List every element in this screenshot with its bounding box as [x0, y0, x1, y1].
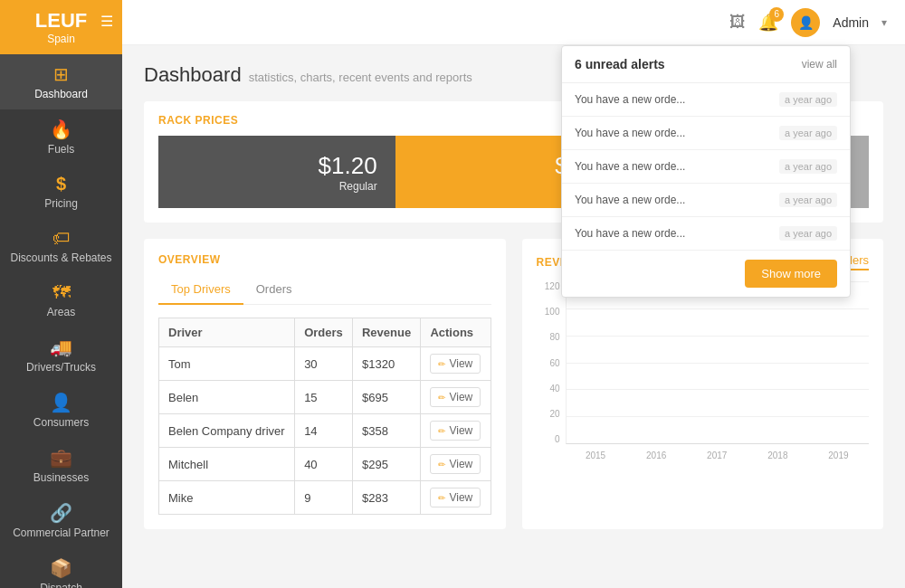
consumers-icon: 👤 — [50, 392, 72, 413]
pricing-icon: $ — [56, 174, 66, 194]
y-axis-label: 100 — [537, 307, 564, 317]
view-button-3[interactable]: ✏ View — [430, 454, 481, 474]
chart-y-axis: 020406080100120 — [537, 281, 564, 444]
overview-panel: OVERVIEW Top Drivers Orders Driver Order… — [144, 239, 506, 529]
sidebar-item-areas[interactable]: 🗺 Areas — [0, 273, 122, 327]
cell-revenue-3: $295 — [352, 448, 420, 481]
cell-revenue-1: $695 — [352, 381, 420, 414]
chevron-down-icon[interactable]: ▾ — [881, 16, 887, 29]
y-axis-label: 20 — [537, 409, 564, 419]
table-body: Tom 30 $1320 ✏ View Belen 15 $695 ✏ View… — [159, 347, 491, 515]
notif-item-4: You have a new orde... a year ago — [562, 184, 850, 217]
avatar[interactable]: 👤 — [791, 8, 820, 37]
revenue-chart: 020406080100120 20152016201720182019 — [537, 281, 870, 462]
notif-item-3: You have a new orde... a year ago — [562, 150, 850, 184]
fuels-icon: 🔥 — [50, 119, 72, 140]
sidebar-label-businesses: Businesses — [33, 471, 89, 484]
y-axis-label: 120 — [537, 281, 564, 291]
notification-dropdown: 6 unread alerts view all You have a new … — [561, 45, 851, 298]
sidebar-item-fuels[interactable]: 🔥 Fuels — [0, 109, 122, 165]
admin-label[interactable]: Admin — [833, 15, 869, 30]
table-head: Driver Orders Revenue Actions — [159, 318, 491, 347]
dashboard-icon: ⊞ — [53, 63, 69, 85]
x-axis-label: 2018 — [748, 450, 808, 460]
cell-revenue-2: $358 — [352, 414, 420, 448]
sidebar-item-dispatch[interactable]: 📦 Dispatch — [0, 548, 122, 588]
price-card-regular: $1.20 Regular — [158, 136, 395, 208]
cell-driver-2: Belen Company driver — [159, 414, 295, 448]
notif-time-1: a year ago — [779, 92, 837, 107]
overview-label: OVERVIEW — [158, 253, 491, 266]
sidebar-item-businesses[interactable]: 💼 Businesses — [0, 438, 122, 493]
edit-icon-2: ✏ — [438, 426, 445, 436]
cell-revenue-0: $1320 — [352, 347, 420, 381]
sidebar-item-pricing[interactable]: $ Pricing — [0, 165, 122, 219]
sidebar-item-drivers[interactable]: 🚚 Drivers/Trucks — [0, 327, 122, 383]
areas-icon: 🗺 — [52, 282, 71, 303]
sidebar-item-commercial[interactable]: 🔗 Commercial Partner — [0, 493, 122, 548]
dispatch-icon: 📦 — [50, 557, 72, 579]
y-axis-label: 0 — [537, 434, 564, 444]
topbar-icons: 🖼 🔔 6 👤 Admin ▾ — [729, 8, 887, 37]
cell-orders-3: 40 — [295, 448, 353, 481]
tab-orders[interactable]: Orders — [243, 277, 305, 305]
sidebar-item-dashboard[interactable]: ⊞ Dashboard — [0, 54, 122, 109]
sidebar-label-fuels: Fuels — [48, 143, 74, 156]
view-button-2[interactable]: ✏ View — [430, 421, 481, 441]
drivers-icon: 🚚 — [50, 337, 72, 358]
cell-action-0: ✏ View — [421, 347, 491, 381]
col-orders: Orders — [295, 318, 353, 347]
edit-icon-4: ✏ — [438, 493, 445, 503]
table-row: Mitchell 40 $295 ✏ View — [159, 448, 491, 481]
chart-bars — [576, 281, 861, 443]
tab-top-drivers[interactable]: Top Drivers — [158, 277, 243, 305]
cell-action-2: ✏ View — [421, 414, 491, 448]
sidebar-item-discounts[interactable]: 🏷 Discounts & Rebates — [0, 219, 122, 273]
view-button-1[interactable]: ✏ View — [430, 387, 481, 407]
view-button-0[interactable]: ✏ View — [430, 354, 481, 374]
table-row: Belen 15 $695 ✏ View — [159, 381, 491, 414]
cell-orders-2: 14 — [295, 414, 353, 448]
sidebar-label-pricing: Pricing — [44, 197, 78, 210]
notif-time-2: a year ago — [779, 126, 837, 140]
view-button-4[interactable]: ✏ View — [430, 488, 481, 507]
notif-text-2: You have a new orde... — [575, 127, 685, 139]
col-revenue: Revenue — [352, 318, 420, 347]
y-axis-label: 40 — [537, 384, 564, 394]
menu-icon[interactable]: ☰ — [100, 13, 113, 30]
notif-time-5: a year ago — [779, 226, 837, 241]
sidebar-label-areas: Areas — [47, 306, 75, 318]
cell-driver-1: Belen — [159, 381, 295, 414]
page-title: Dashboard — [144, 63, 242, 87]
drivers-table: Driver Orders Revenue Actions Tom 30 $13… — [158, 318, 491, 515]
y-axis-label: 80 — [537, 332, 564, 342]
notif-text-5: You have a new orde... — [575, 227, 685, 240]
commercial-icon: 🔗 — [50, 502, 72, 524]
edit-icon-1: ✏ — [438, 393, 445, 403]
chart-bars-area — [566, 281, 870, 444]
sidebar-label-drivers: Drivers/Trucks — [26, 361, 96, 374]
table-row: Tom 30 $1320 ✏ View — [159, 347, 491, 381]
table-row: Belen Company driver 14 $358 ✏ View — [159, 414, 491, 448]
sidebar-label-consumers: Consumers — [33, 416, 89, 429]
view-all-link[interactable]: view all — [802, 58, 837, 71]
notif-time-4: a year ago — [779, 193, 837, 207]
cell-revenue-4: $283 — [352, 481, 420, 515]
notif-text-4: You have a new orde... — [575, 194, 685, 206]
y-axis-label: 60 — [537, 358, 564, 368]
notif-item-1: You have a new orde... a year ago — [562, 83, 850, 117]
cell-driver-0: Tom — [159, 347, 295, 381]
overview-tabs: Top Drivers Orders — [158, 277, 491, 305]
x-axis-label: 2019 — [808, 450, 869, 460]
sidebar-item-consumers[interactable]: 👤 Consumers — [0, 383, 122, 438]
chart-x-labels: 20152016201720182019 — [566, 450, 870, 460]
notif-show-more-area: Show more — [562, 251, 850, 297]
show-more-button[interactable]: Show more — [745, 260, 837, 288]
cell-orders-4: 9 — [295, 481, 353, 515]
sidebar: LEUF Spain ☰ ⊞ Dashboard 🔥 Fuels $ Prici… — [0, 0, 122, 588]
col-actions: Actions — [421, 318, 491, 347]
edit-icon-0: ✏ — [438, 359, 445, 369]
notif-item-2: You have a new orde... a year ago — [562, 117, 850, 150]
notification-bell[interactable]: 🔔 6 — [758, 13, 778, 33]
image-icon[interactable]: 🖼 — [729, 13, 746, 32]
